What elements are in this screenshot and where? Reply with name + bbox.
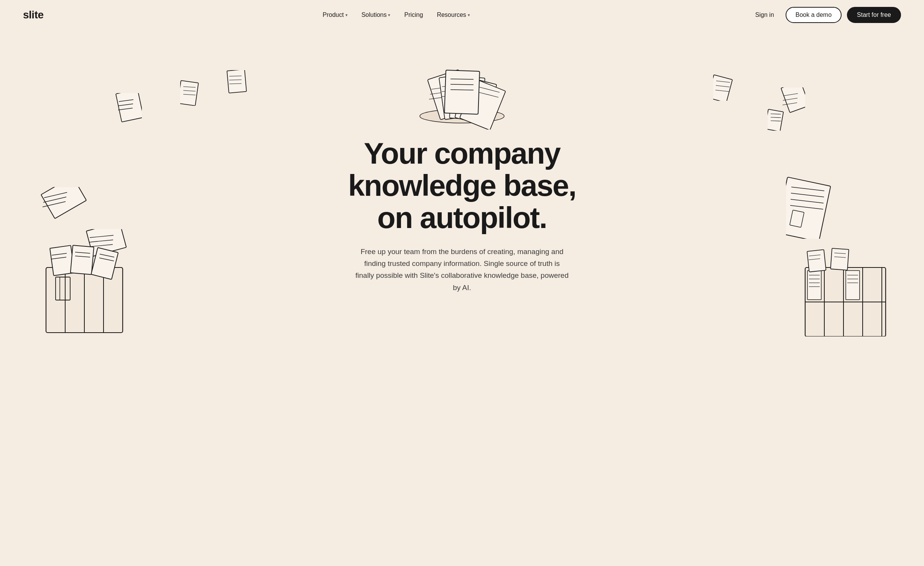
signin-button[interactable]: Sign in [749, 8, 780, 22]
svg-rect-44 [768, 109, 783, 131]
floating-paper-1 [115, 93, 142, 126]
hero-subtitle: Free up your team from the burdens of cr… [355, 246, 569, 294]
nav-link-solutions[interactable]: Solutions ▾ [362, 11, 391, 18]
svg-line-21 [450, 79, 474, 79]
floating-paper-9 [786, 176, 840, 239]
paper-pile-illustration [397, 45, 527, 130]
svg-rect-69 [71, 245, 94, 275]
illustration-area: Your company knowledge base, on autopilo… [0, 38, 924, 336]
nav-item-pricing[interactable]: Pricing [404, 11, 423, 18]
svg-rect-56 [786, 177, 830, 239]
chevron-down-icon: ▾ [345, 13, 348, 18]
nav-link-pricing[interactable]: Pricing [404, 11, 423, 18]
nav-item-product[interactable]: Product ▾ [323, 11, 348, 18]
hero-section: Your company knowledge base, on autopilo… [0, 30, 924, 359]
svg-rect-95 [830, 248, 849, 270]
floating-paper-2 [180, 80, 201, 106]
hero-title: Your company knowledge base, on autopilo… [328, 137, 596, 234]
nav-link-resources[interactable]: Resources ▾ [437, 11, 470, 18]
nav-links: Product ▾ Solutions ▾ Pricing Resources … [323, 11, 470, 18]
nav-link-product[interactable]: Product ▾ [323, 11, 348, 18]
svg-line-23 [450, 90, 474, 90]
start-free-button[interactable]: Start for free [847, 7, 901, 23]
book-demo-button[interactable]: Book a demo [786, 7, 842, 23]
svg-rect-92 [807, 249, 826, 272]
floating-paper-3 [226, 70, 247, 95]
svg-rect-20 [444, 70, 480, 114]
svg-rect-32 [227, 70, 247, 93]
svg-rect-24 [116, 93, 142, 122]
chevron-down-icon: ▾ [388, 13, 390, 18]
svg-rect-48 [41, 187, 86, 218]
svg-rect-36 [713, 75, 732, 101]
logo[interactable]: slite [23, 9, 44, 21]
hero-text-block: Your company knowledge base, on autopilo… [328, 137, 596, 294]
svg-rect-83 [807, 271, 821, 300]
svg-rect-28 [180, 80, 199, 106]
navbar: slite Product ▾ Solutions ▾ Pricing Reso… [0, 0, 924, 30]
floating-paper-7 [40, 187, 90, 225]
paper-stack-right [794, 244, 909, 336]
svg-rect-88 [846, 271, 860, 300]
floating-paper-4 [713, 74, 736, 101]
paper-stack-left [23, 237, 153, 336]
chevron-down-icon: ▾ [468, 13, 470, 18]
nav-item-solutions[interactable]: Solutions ▾ [362, 11, 391, 18]
floating-paper-6 [768, 108, 786, 131]
nav-actions: Sign in Book a demo Start for free [749, 7, 901, 23]
nav-item-resources[interactable]: Resources ▾ [437, 11, 470, 18]
svg-line-22 [450, 84, 474, 85]
